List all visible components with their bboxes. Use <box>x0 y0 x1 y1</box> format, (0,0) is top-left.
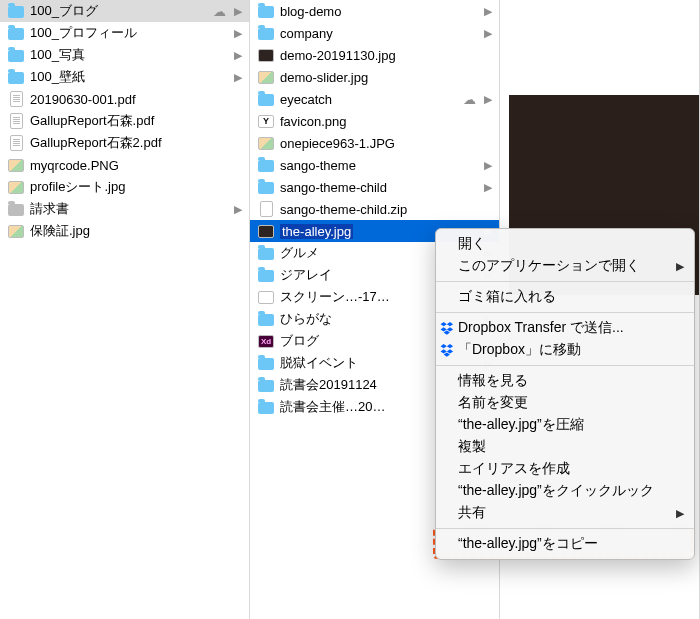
list-item[interactable]: profileシート.jpg <box>0 176 249 198</box>
menu-item-label: ゴミ箱に入れる <box>458 288 556 306</box>
menu-item[interactable]: “the-alley.jpg”をクイックルック <box>436 480 694 502</box>
document-icon <box>8 135 24 151</box>
menu-item[interactable]: 共有▶ <box>436 502 694 524</box>
item-label: eyecatch <box>280 92 463 107</box>
image-icon <box>258 69 274 85</box>
document-icon <box>8 113 24 129</box>
folder-icon <box>258 245 274 261</box>
item-label: favicon.png <box>280 114 483 129</box>
list-item[interactable]: 100_ブログ☁︎▶ <box>0 0 249 22</box>
list-item[interactable]: eyecatch☁︎▶ <box>250 88 499 110</box>
list-item[interactable]: company▶ <box>250 22 499 44</box>
cloud-icon: ☁︎ <box>463 92 481 107</box>
list-item[interactable]: 100_壁紙▶ <box>0 66 249 88</box>
folder-icon <box>258 25 274 41</box>
menu-separator <box>436 528 694 529</box>
item-label: GallupReport石森.pdf <box>30 112 233 130</box>
menu-item-label: このアプリケーションで開く <box>458 257 640 275</box>
image-icon <box>8 179 24 195</box>
menu-item-label: Dropbox Transfer で送信... <box>458 319 624 337</box>
finder-window: 100_ブログ☁︎▶100_プロフィール▶100_写真▶100_壁紙▶20190… <box>0 0 700 619</box>
item-label: 請求書 <box>30 200 233 218</box>
folder-icon <box>8 47 24 63</box>
image-icon <box>258 223 274 239</box>
menu-item[interactable]: 情報を見る <box>436 370 694 392</box>
item-label: sango-theme <box>280 158 483 173</box>
chevron-right-icon: ▶ <box>483 159 493 172</box>
menu-item-label: 共有 <box>458 504 486 522</box>
folder-icon <box>258 91 274 107</box>
menu-item-label: エイリアスを作成 <box>458 460 570 478</box>
item-label: profileシート.jpg <box>30 178 233 196</box>
menu-item[interactable]: “the-alley.jpg”をコピー <box>436 533 694 555</box>
menu-separator <box>436 365 694 366</box>
image-icon <box>8 223 24 239</box>
item-label: myqrcode.PNG <box>30 158 233 173</box>
list-item[interactable]: GallupReport石森2.pdf <box>0 132 249 154</box>
list-item[interactable]: onepiece963-1.JPG <box>250 132 499 154</box>
menu-item-label: “the-alley.jpg”を圧縮 <box>458 416 584 434</box>
menu-item[interactable]: このアプリケーションで開く▶ <box>436 255 694 277</box>
item-label: sango-theme-child <box>280 180 483 195</box>
item-label: 保険証.jpg <box>30 222 233 240</box>
folder-icon <box>258 355 274 371</box>
chevron-right-icon: ▶ <box>676 260 684 273</box>
image-icon <box>8 157 24 173</box>
item-label: company <box>280 26 483 41</box>
list-item[interactable]: myqrcode.PNG <box>0 154 249 176</box>
context-menu: 開くこのアプリケーションで開く▶ゴミ箱に入れるDropbox Transfer … <box>435 228 695 560</box>
menu-item[interactable]: 名前を変更 <box>436 392 694 414</box>
item-label: demo-20191130.jpg <box>280 48 483 63</box>
list-item[interactable]: sango-theme▶ <box>250 154 499 176</box>
xd-icon: Xd <box>258 333 274 349</box>
item-label: 100_ブログ <box>30 2 213 20</box>
list-item[interactable]: sango-theme-child.zip <box>250 198 499 220</box>
item-label: demo-slider.jpg <box>280 70 483 85</box>
folder-icon <box>8 25 24 41</box>
list-item[interactable]: 100_写真▶ <box>0 44 249 66</box>
list-item[interactable]: GallupReport石森.pdf <box>0 110 249 132</box>
menu-separator <box>436 281 694 282</box>
list-item[interactable]: 保険証.jpg <box>0 220 249 242</box>
list-item[interactable]: demo-slider.jpg <box>250 66 499 88</box>
cloud-icon: ☁︎ <box>213 4 231 19</box>
menu-item-label: 開く <box>458 235 486 253</box>
list-item[interactable]: 請求書▶ <box>0 198 249 220</box>
menu-item-label: “the-alley.jpg”をクイックルック <box>458 482 654 500</box>
image-icon <box>258 135 274 151</box>
image-icon <box>258 289 274 305</box>
menu-item[interactable]: 複製 <box>436 436 694 458</box>
list-item[interactable]: blog-demo▶ <box>250 0 499 22</box>
list-item[interactable]: demo-20191130.jpg <box>250 44 499 66</box>
chevron-right-icon: ▶ <box>483 27 493 40</box>
menu-item[interactable]: 開く <box>436 233 694 255</box>
list-item[interactable]: sango-theme-child▶ <box>250 176 499 198</box>
list-item[interactable]: 20190630-001.pdf <box>0 88 249 110</box>
chevron-right-icon: ▶ <box>233 71 243 84</box>
list-item[interactable]: Yfavicon.png <box>250 110 499 132</box>
folder-icon <box>258 157 274 173</box>
item-label: GallupReport石森2.pdf <box>30 134 233 152</box>
menu-item-label: 「Dropbox」に移動 <box>458 341 581 359</box>
item-label: onepiece963-1.JPG <box>280 136 483 151</box>
menu-item[interactable]: Dropbox Transfer で送信... <box>436 317 694 339</box>
item-label: blog-demo <box>280 4 483 19</box>
dropbox-icon <box>439 342 455 358</box>
item-label: 20190630-001.pdf <box>30 92 233 107</box>
menu-item[interactable]: “the-alley.jpg”を圧縮 <box>436 414 694 436</box>
folder-icon <box>258 399 274 415</box>
chevron-right-icon: ▶ <box>233 27 243 40</box>
list-item[interactable]: 100_プロフィール▶ <box>0 22 249 44</box>
menu-item[interactable]: エイリアスを作成 <box>436 458 694 480</box>
favicon-icon: Y <box>258 113 274 129</box>
zip-icon <box>258 201 274 217</box>
menu-item[interactable]: 「Dropbox」に移動 <box>436 339 694 361</box>
menu-item[interactable]: ゴミ箱に入れる <box>436 286 694 308</box>
chevron-right-icon: ▶ <box>483 181 493 194</box>
folder-icon <box>258 3 274 19</box>
folder-icon <box>258 311 274 327</box>
menu-item-label: 情報を見る <box>458 372 528 390</box>
folder-icon <box>258 377 274 393</box>
chevron-right-icon: ▶ <box>233 5 243 18</box>
menu-item-label: 名前を変更 <box>458 394 528 412</box>
